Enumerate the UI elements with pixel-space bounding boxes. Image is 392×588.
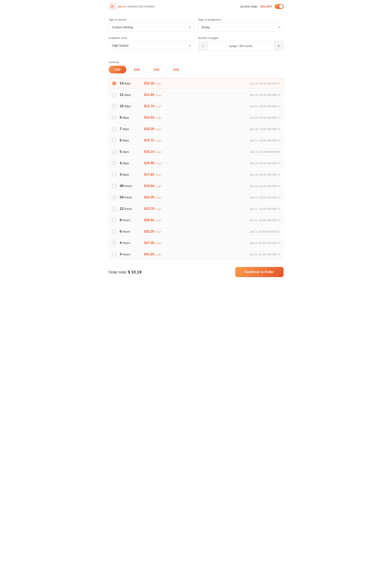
footer-bar: Order total: $ 10.19 Continue to Order [104, 263, 288, 281]
logo-subtitle: - GENERATED PAPERS [126, 5, 155, 8]
duration-text: 48 hours [120, 184, 144, 188]
currency-usd-button[interactable]: USD [109, 66, 126, 74]
pages-increase-button[interactable]: + [274, 41, 283, 51]
price-text: $16.99/ page [144, 161, 250, 165]
form-section: Type of service Custom Writing Rewriting… [104, 13, 288, 61]
duration-text: 6 hours [120, 230, 144, 234]
duration-text: 10 days [120, 104, 144, 108]
duration-text: 24 hours [120, 195, 144, 200]
radio-button [112, 127, 116, 131]
pages-decrease-button[interactable]: − [198, 41, 208, 51]
duration-text: 6 days [120, 138, 144, 142]
pricing-row[interactable]: 11 days$11.04/ pageJan 22, 10:36 AM GMT+… [109, 90, 284, 100]
currency-section: Currency USD EUR CAD AUD [104, 61, 288, 78]
deadline-text: Jan 12, 10:36 AM GMT+2 [250, 196, 280, 199]
price-text: $22.09/ page [144, 196, 250, 199]
pricing-row[interactable]: 14 days$10.19/ pageJan 25, 10:36 AM GMT+… [109, 78, 284, 88]
pages-counter: − 1page / 300 words + [198, 41, 284, 51]
radio-button [112, 93, 116, 97]
pages-label: Number of pages [198, 36, 284, 40]
price-text: $15.72/ page [144, 138, 250, 142]
currency-cad-button[interactable]: CAD [148, 66, 166, 74]
duration-text: 7 days [120, 127, 144, 131]
pages-display: 1page / 300 words [208, 42, 274, 50]
service-select[interactable]: Custom Writing Rewriting Editing Proofre… [109, 23, 194, 32]
duration-text: 9 days [120, 116, 144, 120]
assignment-group: Type of assignment Essay Research Paper … [198, 18, 284, 32]
deadline-text: Jan 11, 02:36 PM GMT+2 [250, 242, 280, 244]
academic-select[interactable]: High School Undergraduate Master's PhD [109, 41, 194, 50]
pricing-row[interactable]: 3 days$17.84/ pageJan 14, 10:36 AM GMT+2 [109, 170, 284, 180]
header: NO AI- GENERATED PAPERS 1st time order 1… [104, 0, 288, 13]
price-text: $11.04/ page [144, 93, 250, 97]
deadline-text: Jan 11, 06:36 PM GMT+2 [250, 219, 280, 222]
duration-text: 3 days [120, 172, 144, 176]
price-text: $37.39/ page [144, 241, 250, 245]
price-text: $14.44/ page [144, 116, 250, 120]
duration-text: 12 hours [120, 207, 144, 211]
price-text: $41.64/ page [144, 252, 250, 256]
price-text: $17.84/ page [144, 173, 250, 176]
radio-button [112, 241, 116, 245]
service-label: Type of service [109, 18, 194, 21]
radio-button [112, 138, 116, 142]
pricing-section: 14 days$10.19/ pageJan 25, 10:36 AM GMT+… [104, 78, 288, 260]
academic-row: Academic Level High School Undergraduate… [109, 36, 284, 51]
price-text: $15.29/ page [144, 127, 250, 131]
pricing-row[interactable]: 8 hours$28.04/ pageJan 11, 06:36 PM GMT+… [109, 215, 284, 225]
pricing-row[interactable]: 48 hours$19.54/ pageJan 13, 10:36 AM GMT… [109, 181, 284, 191]
price-text: $12.74/ page [144, 104, 250, 108]
duration-text: 14 days [120, 82, 144, 86]
academic-group: Academic Level High School Undergraduate… [109, 36, 194, 51]
service-group: Type of service Custom Writing Rewriting… [109, 18, 194, 32]
pages-group: Number of pages − 1page / 300 words + [198, 36, 284, 51]
radio-button [112, 82, 116, 86]
currency-label: Currency [109, 61, 284, 64]
logo-brand: NO AI [118, 5, 126, 8]
deadline-text: Jan 17, 10:36 AM GMT+2 [250, 139, 280, 142]
order-total-amount: $ 10.19 [128, 270, 142, 274]
promo-text: 1st time order [240, 5, 258, 8]
pricing-row[interactable]: 3 hours$41.64/ pageJan 11, 01:36 PM GMT+… [109, 249, 284, 260]
price-text: $10.19/ page [144, 82, 250, 85]
logo-area: NO AI- GENERATED PAPERS [109, 3, 155, 10]
continue-order-button[interactable]: Continue to Order [235, 267, 284, 277]
radio-button [112, 230, 116, 234]
price-text: $32.29/ page [144, 230, 250, 233]
assignment-select[interactable]: Essay Research Paper Term Paper Coursewo… [198, 23, 284, 32]
deadline-text: Jan 14, 10:36 AM GMT+2 [250, 173, 280, 176]
pricing-row[interactable]: 24 hours$22.09/ pageJan 12, 10:36 AM GMT… [109, 192, 284, 202]
pricing-row[interactable]: 4 hours$37.39/ pageJan 11, 02:36 PM GMT+… [109, 238, 284, 248]
pricing-row[interactable]: 6 hours$32.29/ pageJan 11, 04:36 PM GMT+… [109, 226, 284, 236]
pricing-row[interactable]: 6 days$15.72/ pageJan 17, 10:36 AM GMT+2 [109, 135, 284, 146]
duration-text: 4 days [120, 161, 144, 165]
deadline-text: Jan 25, 10:36 AM GMT+2 [250, 82, 280, 85]
currency-eur-button[interactable]: EUR [128, 66, 146, 74]
order-total: Order total: $ 10.19 [109, 270, 142, 274]
pricing-row[interactable]: 5 days$16.14/ pageJan 16, 10:36 AM GMT+2 [109, 147, 284, 157]
pricing-row[interactable]: 7 days$15.29/ pageJan 18, 10:36 AM GMT+2 [109, 124, 284, 134]
pricing-row[interactable]: 4 days$16.99/ pageJan 15, 10:36 AM GMT+2 [109, 158, 284, 168]
deadline-text: Jan 13, 10:36 AM GMT+2 [250, 184, 280, 188]
pricing-row[interactable]: 12 hours$23.79/ pageJan 11, 10:36 PM GMT… [109, 204, 284, 214]
duration-text: 5 days [120, 150, 144, 154]
deadline-text: Jan 11, 04:36 PM GMT+2 [250, 230, 280, 233]
order-total-label: Order total: [109, 270, 127, 274]
deadline-text: Jan 21, 10:36 AM GMT+2 [250, 105, 280, 108]
radio-button [112, 161, 116, 165]
radio-button [112, 116, 116, 120]
currency-aud-button[interactable]: AUD [167, 66, 185, 74]
price-text: $19.54/ page [144, 184, 250, 188]
deadline-text: Jan 22, 10:36 AM GMT+2 [250, 94, 280, 96]
price-text: $23.79/ page [144, 207, 250, 210]
order-total-currency: $ [128, 270, 130, 274]
price-text: $16.14/ page [144, 150, 250, 154]
pricing-row[interactable]: 9 days$14.44/ pageJan 20, 10:36 AM GMT+2 [109, 112, 284, 123]
discount-toggle[interactable] [274, 4, 284, 9]
logo-icon [109, 3, 116, 10]
deadline-text: Jan 16, 10:36 AM GMT+2 [250, 150, 280, 154]
deadline-text: Jan 15, 10:36 AM GMT+2 [250, 162, 280, 165]
pricing-row[interactable]: 10 days$12.74/ pageJan 21, 10:36 AM GMT+… [109, 101, 284, 111]
radio-button [112, 218, 116, 222]
radio-button [112, 195, 116, 200]
